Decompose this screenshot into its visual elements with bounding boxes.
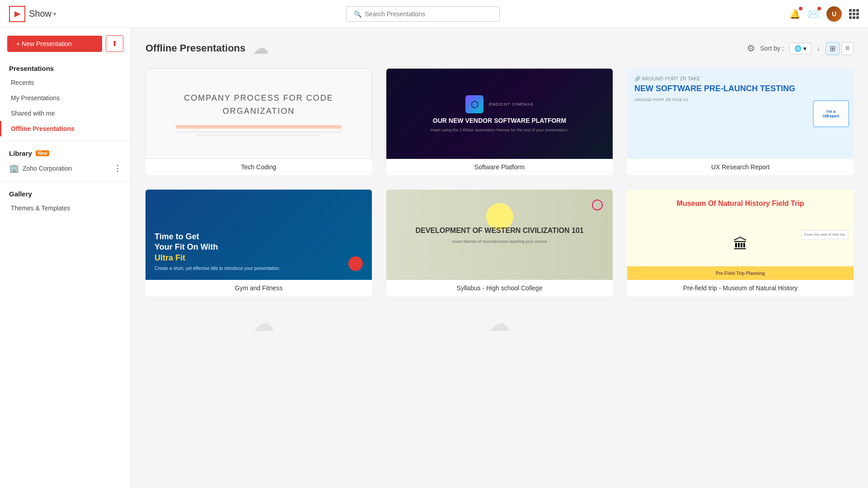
sort-option-icon: 🌐 <box>794 45 802 52</box>
grid-dot <box>856 13 859 15</box>
apps-grid-icon[interactable] <box>849 9 859 19</box>
card-thumbnail: Time to Get Your Fit On With Ultra Fit C… <box>145 190 372 280</box>
card-name: Tech Coding <box>145 159 372 175</box>
sort-order-arrow[interactable]: ↓ <box>817 45 820 52</box>
presentation-card-ux-research[interactable]: 🔗 AROUND PORT ZR TAKE NEW SOFTWARE PRE-L… <box>627 69 854 175</box>
presentation-card-museum[interactable]: Museum Of Natural History Field Trip 🏛 I… <box>627 190 854 296</box>
library-item-left: 🏢 Zoho Corporation <box>9 163 72 173</box>
library-item-more-button[interactable]: ⋮ <box>113 163 122 173</box>
cloud-icon-1: ☁ <box>253 311 274 336</box>
list-view-button[interactable]: ≡ <box>841 42 854 55</box>
card-name: UX Research Report <box>627 159 854 175</box>
search-icon: 🔍 <box>354 10 361 18</box>
sidebar-item-my-presentations[interactable]: My Presentations <box>0 90 131 106</box>
library-item-icon: 🏢 <box>9 163 19 173</box>
thumb-company: ENDICOT CINEMAS <box>489 102 534 107</box>
sidebar-divider-1 <box>0 141 131 141</box>
new-presentation-button[interactable]: + New Presentation <box>7 36 102 52</box>
thumb-title: COMPANY PROCESS FOR CODE ORGANIZATION <box>155 92 362 118</box>
main-controls: ⚙ Sort by : 🌐 ▾ ↓ ⊞ ≡ <box>747 42 854 55</box>
cloud-icon-2: ☁ <box>488 311 510 336</box>
main-content: Offline Presentations ☁ ⚙ Sort by : 🌐 ▾ … <box>131 28 868 488</box>
sidebar: + New Presentation ⬆ Presentations Recen… <box>0 28 131 488</box>
sort-dropdown-button[interactable]: 🌐 ▾ <box>789 43 812 54</box>
sidebar-item-shared-with-me[interactable]: Shared with me <box>0 106 131 121</box>
thumb-title: DEVELOPMENT OF WESTERN CIVILIZATION 101 <box>415 226 583 236</box>
sidebar-actions: + New Presentation ⬆ <box>0 35 131 61</box>
settings-icon[interactable]: ⚙ <box>747 43 755 54</box>
grid-dot <box>849 13 852 15</box>
bottom-cloud-row: ☁ ☁ ☁ <box>145 311 854 336</box>
main-title-row: Offline Presentations ☁ <box>145 39 269 58</box>
main-header: Offline Presentations ☁ ⚙ Sort by : 🌐 ▾ … <box>145 39 854 58</box>
thumb-line-2 <box>197 135 321 136</box>
app-logo: ▶ <box>9 6 25 22</box>
library-new-badge: New <box>36 150 50 156</box>
search-input[interactable] <box>365 10 492 18</box>
app-header: ▶ Show ▾ 🔍 🔔 ✉️ U <box>0 0 868 28</box>
logo-symbol: ▶ <box>14 9 20 18</box>
library-title: Library <box>9 149 32 157</box>
card-thumbnail: Museum Of Natural History Field Trip 🏛 I… <box>627 190 854 280</box>
thumb-subtitle: Create a short, yet effective title to i… <box>155 266 363 271</box>
thumb-device: I'm aUIExpert <box>813 100 849 127</box>
app-layout: + New Presentation ⬆ Presentations Recen… <box>0 28 868 488</box>
card-thumbnail: 🔗 AROUND PORT ZR TAKE NEW SOFTWARE PRE-L… <box>627 69 854 159</box>
thumb-highlight: Ultra Fit <box>155 253 185 262</box>
header-right: 🔔 ✉️ U <box>789 6 859 22</box>
thumb-line <box>176 131 342 133</box>
search-bar[interactable]: 🔍 <box>346 6 500 22</box>
upload-button[interactable]: ⬆ <box>106 35 123 52</box>
sort-dropdown-arrow: ▾ <box>803 45 807 52</box>
thumb-title: Time to Get Your Fit On With Ultra Fit <box>155 232 363 263</box>
thumb-subtitle: Insert using the 3 Blister automation th… <box>431 128 569 132</box>
card-name: Software Platform <box>386 159 613 175</box>
thumb-title: OUR NEW VENDOR SOFTWARE PLATFORM <box>433 117 566 124</box>
sidebar-item-offline-presentations[interactable]: Offline Presentations <box>0 121 131 136</box>
presentation-card-syllabus[interactable]: DEVELOPMENT OF WESTERN CIVILIZATION 101 … <box>386 190 613 296</box>
grid-dot <box>856 9 859 12</box>
grid-view-button[interactable]: ⊞ <box>826 42 840 55</box>
card-name: Syllabus - High school College <box>386 280 613 296</box>
sidebar-item-recents[interactable]: Recents <box>0 75 131 90</box>
thumb-bar: Pre-Field Trip Planning <box>627 266 854 280</box>
mail-icon[interactable]: ✉️ <box>808 9 819 19</box>
thumb-logo-icon: ⬡ <box>465 95 483 113</box>
grid-dot <box>853 9 855 12</box>
notification-icon[interactable]: 🔔 <box>789 9 801 19</box>
presentation-card-tech-coding[interactable]: COMPANY PROCESS FOR CODE ORGANIZATION Te… <box>145 69 372 175</box>
presentations-section-title: Presentations <box>0 61 131 75</box>
view-toggle: ⊞ ≡ <box>826 42 854 55</box>
sidebar-divider-2 <box>0 181 131 182</box>
presentation-card-software-platform[interactable]: ⬡ ENDICOT CINEMAS OUR NEW VENDOR SOFTWAR… <box>386 69 613 175</box>
card-name: Pre-field trip - Museum of Natural Histo… <box>627 280 854 296</box>
sidebar-item-zoho-corp[interactable]: 🏢 Zoho Corporation ⋮ <box>0 160 131 177</box>
grid-dot <box>853 16 855 19</box>
sort-label: Sort by : <box>760 45 784 52</box>
library-item-name: Zoho Corporation <box>23 165 72 172</box>
sidebar-item-themes-templates[interactable]: Themes & Templates <box>0 200 131 216</box>
grid-dot <box>849 16 852 19</box>
thumb-title: NEW SOFTWARE PRE-LAUNCH TESTING <box>634 84 846 94</box>
mail-badge <box>817 7 821 10</box>
header-left: ▶ Show ▾ <box>9 6 56 22</box>
avatar[interactable]: U <box>826 6 842 22</box>
grid-dot <box>853 13 855 15</box>
page-title: Offline Presentations <box>145 42 245 54</box>
card-thumbnail: COMPANY PROCESS FOR CODE ORGANIZATION <box>145 69 372 159</box>
app-name[interactable]: Show ▾ <box>29 9 56 19</box>
app-name-arrow: ▾ <box>53 11 56 17</box>
presentations-grid: COMPANY PROCESS FOR CODE ORGANIZATION Te… <box>145 69 854 296</box>
presentation-card-gym-fitness[interactable]: Time to Get Your Fit On With Ultra Fit C… <box>145 190 372 296</box>
thumb-bar <box>176 125 342 129</box>
notif-badge <box>799 7 802 10</box>
thumb-subtitle: Insert themes of reconstructors teaching… <box>415 239 583 244</box>
library-header: Library New <box>0 146 131 160</box>
offline-cloud-icon: ☁ <box>253 39 269 58</box>
gallery-section-title: Gallery <box>0 186 131 200</box>
card-thumbnail: DEVELOPMENT OF WESTERN CIVILIZATION 101 … <box>386 190 613 280</box>
thumb-dot-outline <box>592 200 603 210</box>
thumb-title: Museum Of Natural History Field Trip <box>636 199 845 209</box>
grid-dot <box>849 9 852 12</box>
thumb-note: Insert the date of field trip <box>801 230 848 239</box>
